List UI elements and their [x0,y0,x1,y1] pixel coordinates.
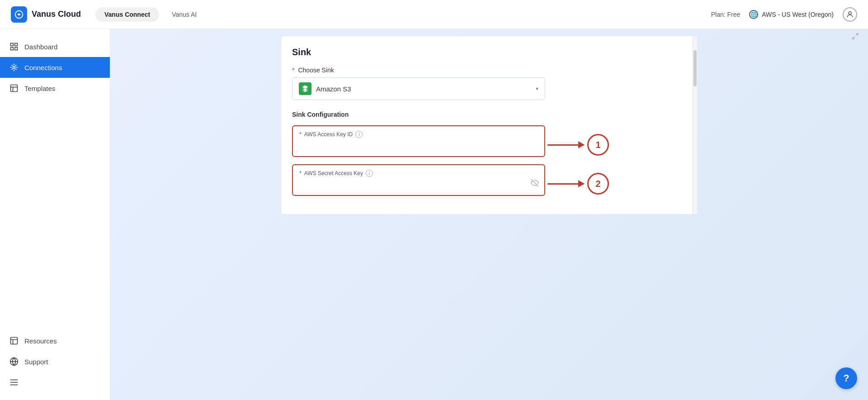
svg-rect-5 [15,48,18,50]
nav-tab-connect[interactable]: Vanus Connect [95,7,159,22]
main-content: Sink * Choose Sink Amazon S3 ▾ [110,29,868,400]
aws-access-key-label: * AWS Access Key ID i [299,131,538,138]
sidebar-label-resources: Resources [24,337,57,345]
aws-access-key-info-icon[interactable]: i [355,131,363,138]
svg-rect-7 [11,85,18,92]
svg-rect-3 [15,43,18,46]
sidebar-item-connections[interactable]: Connections [0,57,110,78]
sidebar-item-dashboard[interactable]: Dashboard [0,36,110,57]
user-icon[interactable] [843,7,857,22]
scrollbar-thumb[interactable] [693,50,697,86]
svg-line-17 [853,37,855,39]
annotation-2: 2 [547,173,609,195]
dropdown-chevron-icon: ▾ [536,86,538,92]
plan-badge: Plan: Free [711,11,741,18]
svg-line-16 [856,33,858,36]
annotation-1: 1 [547,134,609,156]
support-icon [9,357,19,367]
svg-rect-10 [11,338,18,344]
annotation-circle-2: 2 [587,173,609,195]
config-title: Sink Configuration [292,111,686,118]
aws-secret-key-input-box: * AWS Secret Access Key i [292,164,545,196]
eye-slash-icon[interactable] [531,179,539,189]
sidebar-item-resources[interactable]: Resources [0,330,110,351]
sidebar-item-templates[interactable]: Templates [0,78,110,99]
aws-access-key-group: * AWS Access Key ID i 1 [292,125,545,164]
sidebar-label-dashboard: Dashboard [24,43,57,51]
svg-point-1 [849,12,851,14]
choose-sink-group: * Choose Sink Amazon S3 ▾ [292,67,686,100]
nav-tab-ai[interactable]: Vanus AI [163,7,206,22]
region-label: AWS - US West (Oregon) [762,11,834,18]
region-selector[interactable]: 🌐 AWS - US West (Oregon) [749,10,834,19]
svg-point-6 [13,67,15,69]
sidebar-bottom: Resources Support [0,330,110,393]
aws-secret-key-group: * AWS Secret Access Key i [292,164,545,203]
sidebar: Dashboard Connections Templates Resource… [0,29,110,400]
svg-rect-2 [11,43,14,46]
svg-rect-4 [11,48,14,50]
logo-area: Vanus Cloud [11,6,81,23]
sidebar-label-templates: Templates [24,85,55,92]
config-section: Sink Configuration * AWS Access Key ID i [292,111,686,203]
logo-text: Vanus Cloud [32,10,81,19]
section-title: Sink [292,47,686,57]
layout: Dashboard Connections Templates Resource… [0,29,868,400]
connections-icon [9,62,19,72]
header-right: Plan: Free 🌐 AWS - US West (Oregon) [711,7,857,22]
resources-icon [9,336,19,346]
sidebar-label-support: Support [24,358,48,366]
sink-selected-value: Amazon S3 [316,85,351,93]
s3-icon [299,82,311,95]
aws-secret-key-input[interactable] [299,180,527,190]
aws-secret-key-info-icon[interactable]: i [366,170,373,177]
templates-icon [9,83,19,93]
header: Vanus Cloud Vanus Connect Vanus AI Plan:… [0,0,868,29]
content-panel: Sink * Choose Sink Amazon S3 ▾ [281,36,697,214]
sidebar-menu-icon[interactable] [0,372,110,393]
nav-tabs: Vanus Connect Vanus AI [95,7,206,22]
choose-sink-label: * Choose Sink [292,67,686,74]
aws-access-key-input-box: * AWS Access Key ID i [292,125,545,157]
sidebar-item-support[interactable]: Support [0,351,110,372]
aws-secret-key-label: * AWS Secret Access Key i [299,170,538,177]
globe-icon: 🌐 [749,10,758,19]
collapse-button[interactable] [852,33,859,42]
sink-dropdown[interactable]: Amazon S3 ▾ [292,77,545,100]
sidebar-label-connections: Connections [24,64,62,71]
aws-access-key-input[interactable] [299,141,538,152]
scrollbar[interactable] [693,36,697,214]
logo-icon [11,6,27,23]
dashboard-icon [9,42,19,52]
annotation-circle-1: 1 [587,134,609,156]
help-button[interactable]: ? [835,367,857,389]
